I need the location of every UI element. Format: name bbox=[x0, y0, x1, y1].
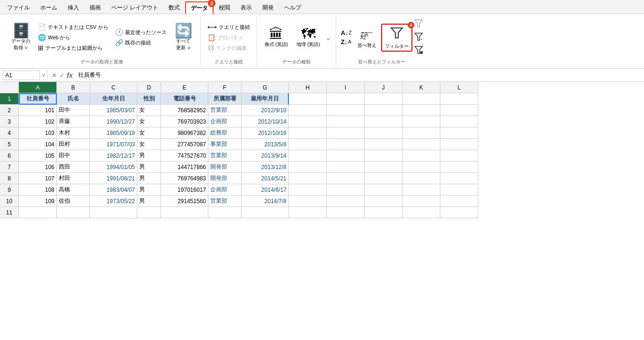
tab-review[interactable]: 校閲 bbox=[214, 1, 235, 14]
cell-g10[interactable]: 2014/7/8 bbox=[242, 196, 289, 207]
cell-c4[interactable]: 1985/09/19 bbox=[90, 127, 137, 139]
row-num-8[interactable]: 8 bbox=[0, 173, 19, 184]
cell-k9[interactable] bbox=[402, 184, 440, 196]
col-header-a[interactable]: A bbox=[19, 82, 57, 93]
cell-a6[interactable]: 105 bbox=[19, 150, 57, 161]
cell-h9[interactable] bbox=[289, 184, 327, 196]
cell-c2[interactable]: 1985/03/07 bbox=[90, 105, 137, 116]
col-header-c[interactable]: C bbox=[90, 82, 137, 93]
cell-c7[interactable]: 1994/01/05 bbox=[90, 161, 137, 173]
cell-h3[interactable] bbox=[289, 116, 327, 127]
row-num-2[interactable]: 2 bbox=[0, 105, 19, 116]
cell-g1[interactable]: 雇用年月日 bbox=[242, 93, 289, 105]
data-types-expand-icon[interactable]: ⌄ bbox=[325, 32, 332, 43]
cell-j10[interactable] bbox=[365, 196, 402, 207]
cell-a7[interactable]: 106 bbox=[19, 161, 57, 173]
tab-page-layout[interactable]: ページ レイアウト bbox=[106, 1, 163, 14]
cell-g5[interactable]: 2013/5/8 bbox=[242, 139, 289, 150]
cell-c9[interactable]: 1983/04/07 bbox=[90, 184, 137, 196]
cell-h2[interactable] bbox=[289, 105, 327, 116]
cell-l8[interactable] bbox=[440, 173, 478, 184]
cell-b7[interactable]: 西田 bbox=[57, 161, 90, 173]
cell-i7[interactable] bbox=[327, 161, 365, 173]
advanced-filter-button[interactable] bbox=[413, 45, 424, 57]
cell-i11[interactable] bbox=[327, 207, 365, 218]
cell-e4[interactable]: 980967382 bbox=[161, 127, 208, 139]
cell-b8[interactable]: 村田 bbox=[57, 173, 90, 184]
cell-h4[interactable] bbox=[289, 127, 327, 139]
cell-b4[interactable]: 木村 bbox=[57, 127, 90, 139]
cell-e10[interactable]: 291451560 bbox=[161, 196, 208, 207]
cell-j8[interactable] bbox=[365, 173, 402, 184]
cell-h10[interactable] bbox=[289, 196, 327, 207]
properties-button[interactable]: 📋 プロパティ bbox=[205, 33, 253, 42]
cell-c8[interactable]: 1991/08/21 bbox=[90, 173, 137, 184]
col-header-j[interactable]: J bbox=[365, 82, 402, 93]
cell-b9[interactable]: 高橋 bbox=[57, 184, 90, 196]
tab-insert[interactable]: 挿入 bbox=[63, 1, 84, 14]
tab-file[interactable]: ファイル bbox=[2, 1, 35, 14]
cell-c3[interactable]: 1990/12/27 bbox=[90, 116, 137, 127]
cell-reference-box[interactable]: A1 bbox=[2, 71, 40, 80]
cell-b5[interactable]: 田村 bbox=[57, 139, 90, 150]
reapply-button[interactable] bbox=[413, 31, 424, 44]
cell-ref-dropdown[interactable]: ∨ bbox=[42, 72, 45, 78]
col-header-k[interactable]: K bbox=[402, 82, 440, 93]
row-num-9[interactable]: 9 bbox=[0, 184, 19, 196]
row-num-1[interactable]: 1 bbox=[0, 93, 19, 105]
col-header-e[interactable]: E bbox=[161, 82, 208, 93]
cell-j9[interactable] bbox=[365, 184, 402, 196]
cell-j5[interactable] bbox=[365, 139, 402, 150]
cell-g6[interactable]: 2013/9/14 bbox=[242, 150, 289, 161]
cell-b6[interactable]: 田中 bbox=[57, 150, 90, 161]
cell-d1[interactable]: 性別 bbox=[137, 93, 161, 105]
cell-i3[interactable] bbox=[327, 116, 365, 127]
cell-j11[interactable] bbox=[365, 207, 402, 218]
cell-d2[interactable]: 女 bbox=[137, 105, 161, 116]
cell-h11[interactable] bbox=[289, 207, 327, 218]
col-header-l[interactable]: L bbox=[440, 82, 478, 93]
row-num-11[interactable]: 11 bbox=[0, 207, 19, 218]
cell-f9[interactable]: 企画部 bbox=[208, 184, 242, 196]
col-header-h[interactable]: H bbox=[289, 82, 327, 93]
tab-help[interactable]: ヘルプ bbox=[279, 1, 306, 14]
cell-e9[interactable]: 197016017 bbox=[161, 184, 208, 196]
cell-e3[interactable]: 769703923 bbox=[161, 116, 208, 127]
cell-b10[interactable]: 佐伯 bbox=[57, 196, 90, 207]
row-num-10[interactable]: 10 bbox=[0, 196, 19, 207]
cell-f7[interactable]: 開発部 bbox=[208, 161, 242, 173]
cell-j7[interactable] bbox=[365, 161, 402, 173]
sort-az-icon[interactable]: A↓ Z bbox=[340, 29, 353, 37]
formula-input[interactable]: 社員番号 bbox=[76, 71, 642, 79]
tab-home[interactable]: ホーム bbox=[35, 1, 63, 14]
confirm-formula-icon[interactable]: ✓ bbox=[59, 72, 65, 79]
tab-formulas[interactable]: 数式 bbox=[163, 1, 185, 14]
col-header-i[interactable]: I bbox=[327, 82, 365, 93]
cell-g4[interactable]: 2012/10/16 bbox=[242, 127, 289, 139]
cell-h6[interactable] bbox=[289, 150, 327, 161]
cell-l11[interactable] bbox=[440, 207, 478, 218]
table-range-button[interactable]: ⊞ テーブルまたは範囲から bbox=[35, 43, 111, 53]
cell-j3[interactable] bbox=[365, 116, 402, 127]
cell-e8[interactable]: 769764983 bbox=[161, 173, 208, 184]
cell-d5[interactable]: 女 bbox=[137, 139, 161, 150]
cell-a10[interactable]: 109 bbox=[19, 196, 57, 207]
cell-f10[interactable]: 営業部 bbox=[208, 196, 242, 207]
filter-button[interactable]: フィルター bbox=[381, 24, 412, 52]
cell-l5[interactable] bbox=[440, 139, 478, 150]
cell-g11[interactable] bbox=[242, 207, 289, 218]
cell-k2[interactable] bbox=[402, 105, 440, 116]
clear-filter-button[interactable] bbox=[413, 18, 424, 30]
cell-e5[interactable]: 277457087 bbox=[161, 139, 208, 150]
cell-l6[interactable] bbox=[440, 150, 478, 161]
cell-i1[interactable] bbox=[327, 93, 365, 105]
cell-l9[interactable] bbox=[440, 184, 478, 196]
cell-k1[interactable] bbox=[402, 93, 440, 105]
row-num-7[interactable]: 7 bbox=[0, 161, 19, 173]
cell-l10[interactable] bbox=[440, 196, 478, 207]
cell-k11[interactable] bbox=[402, 207, 440, 218]
cell-c11[interactable] bbox=[90, 207, 137, 218]
cell-c6[interactable]: 1982/12/17 bbox=[90, 150, 137, 161]
cell-a1[interactable]: 社員番号 bbox=[19, 93, 57, 105]
cell-a9[interactable]: 108 bbox=[19, 184, 57, 196]
